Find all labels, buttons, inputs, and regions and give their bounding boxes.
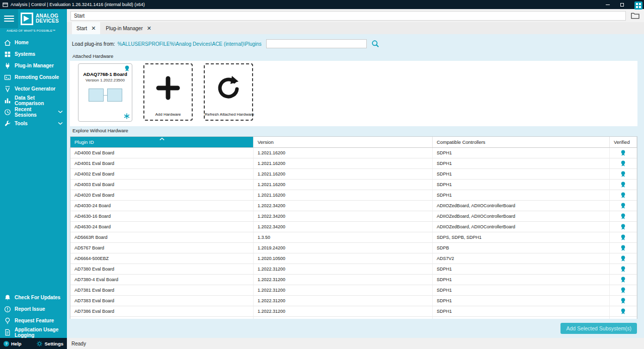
sidebar-item-label: Home [15, 40, 29, 45]
cell-plugin-id: AD7380-4 Eval Board [70, 275, 254, 285]
plugin-icon [4, 62, 11, 69]
plugin-table: Plugin ID Version Compatible Controllers… [70, 136, 637, 319]
cell-version: 1.2022.31200 [254, 275, 433, 285]
sessions-icon [4, 109, 11, 116]
settings-button[interactable]: Settings [33, 338, 67, 349]
sidebar-item-label: Report Issue [15, 306, 45, 312]
sidebar-item-label: Check For Updates [15, 295, 60, 300]
vector-icon [4, 85, 11, 93]
table-row[interactable]: AD7381 Eval Board1.2022.31200SDPH1 [70, 285, 637, 296]
sidebar-item-label: Remoting Console [15, 74, 59, 80]
cell-version: 1.2022.31200 [254, 306, 433, 316]
table-row[interactable]: AD4002 Eval Board1.2021.16200SDPH1 [70, 169, 637, 180]
table-row[interactable]: AD6664-500EBZ1.2020.10500ADS7V2 [70, 253, 637, 264]
sidebar-item-application-usage-logging[interactable]: Application Usage Logging [0, 326, 67, 338]
maximize-button[interactable] [615, 0, 629, 9]
column-header-compatible-controllers[interactable]: Compatible Controllers [433, 137, 610, 147]
load-plugins-path[interactable]: %ALLUSERSPROFILE%\Analog Devices\ACE (in… [118, 41, 262, 47]
table-row[interactable]: AD7380 Eval Board1.2022.31200SDPH1 [70, 264, 637, 275]
table-row[interactable]: AD4630-24 Board1.2022.34200ADIIOZedBoard… [70, 222, 637, 232]
table-row[interactable]: AD4030-24 Board1.2022.34200ADIIOZedBoard… [70, 201, 637, 211]
cell-compatible-controllers: SDPB [433, 243, 610, 253]
refresh-icon [215, 75, 242, 101]
cell-version: 1.2022.31200 [254, 285, 433, 295]
sidebar-item-systems[interactable]: Systems [0, 48, 67, 60]
table-row[interactable]: AD4630-16 Board1.2022.34200ADIIOZedBoard… [70, 211, 637, 222]
column-header-verified[interactable]: Verified [610, 137, 637, 147]
add-hardware-label: Add Hardware [144, 112, 192, 117]
refresh-attached-hardware-button[interactable]: Refresh Attached Hardware [204, 63, 253, 121]
sidebar-footer-nav: Check For Updates Report Issue Request F… [0, 292, 67, 338]
help-label: Help [11, 341, 22, 346]
sidebar-item-data-set-comparison[interactable]: Data Set Comparison [0, 95, 67, 106]
feature-icon [4, 317, 11, 324]
board-name: ADAQ7768-1 Board [81, 71, 129, 77]
help-button[interactable]: ? Help [0, 338, 25, 349]
add-hardware-button[interactable]: Add Hardware [143, 63, 193, 121]
table-row[interactable]: AD4003 Eval Board1.2021.16200SDPH1 [70, 180, 637, 190]
issue-icon [4, 306, 11, 313]
table-row[interactable]: AD7383 Eval Board1.2022.31200SDPH1 [70, 296, 637, 306]
open-session-folder-button[interactable] [629, 11, 641, 21]
sidebar-item-check-for-updates[interactable]: Check For Updates [0, 292, 67, 303]
sidebar-item-request-feature[interactable]: Request Feature [0, 315, 67, 326]
logo-tagline: AHEAD OF WHAT'S POSSIBLE™ [0, 28, 67, 35]
table-row[interactable]: AD7386 Eval Board1.2022.31200SDPH1 [70, 306, 637, 317]
window-title: Analysis | Control | Evaluation 1.26.324… [11, 2, 145, 7]
address-input[interactable] [70, 11, 626, 21]
cell-plugin-id: AD7380 Eval Board [70, 264, 254, 274]
hamburger-menu-button[interactable] [0, 9, 18, 28]
add-selected-subsystems-button[interactable]: Add Selected Subsystem(s) [560, 323, 637, 334]
cell-compatible-controllers: ADIIOZedBoard, ADIIOControllerBoard [433, 201, 610, 211]
cell-plugin-id: AD7383 Eval Board [70, 296, 254, 306]
close-icon[interactable]: ✕ [147, 26, 151, 31]
cell-version: 1.2022.31200 [254, 296, 433, 306]
chevron-down-icon [58, 110, 63, 114]
cell-plugin-id: AD4002 Eval Board [70, 169, 254, 179]
table-row[interactable]: AD5663R Board1.3.50SDPS, SDPB, SDPH1 [70, 232, 637, 243]
table-row[interactable]: AD4020 Eval Board1.2021.16200SDPH1 [70, 190, 637, 201]
hardware-card-adaq7768-1[interactable]: ADAQ7768-1 Board Version 1.2022.23500 [78, 63, 132, 122]
cell-compatible-controllers: SDPH1 [433, 190, 610, 200]
tab-label: Start [76, 26, 87, 31]
search-icon[interactable] [371, 40, 379, 48]
table-row[interactable]: AD7380-4 Eval Board1.2022.31200SDPH1 [70, 275, 637, 285]
tab-plug-in-manager[interactable]: Plug-in Manager ✕ [101, 22, 156, 34]
table-row[interactable]: AD4001 Eval Board1.2021.16200SDPH1 [70, 158, 637, 169]
table-row[interactable]: AD5767 Board1.2019.24200SDPB [70, 243, 637, 253]
tab-bar: Start ✕ Plug-in Manager ✕ [67, 22, 644, 34]
column-header-plugin-id[interactable]: Plugin ID [70, 137, 254, 147]
home-icon [4, 39, 11, 46]
cell-plugin-id: AD4020 Eval Board [70, 190, 254, 200]
sidebar-item-home[interactable]: Home [0, 37, 67, 48]
cell-version: 1.2020.10500 [254, 253, 433, 264]
resize-grip-icon[interactable] [634, 2, 642, 10]
sidebar-item-recent-sessions[interactable]: Recent Sessions [0, 106, 67, 118]
board-diagram [81, 89, 129, 102]
table-row[interactable]: AD4000 Eval Board1.2021.16200SDPH1 [70, 148, 637, 158]
cell-compatible-controllers: SDPH1 [433, 306, 610, 316]
column-header-label: Plugin ID [74, 139, 94, 145]
verified-pin-icon [610, 296, 637, 306]
load-plugins-row: Load plug-ins from: %ALLUSERSPROFILE%\An… [70, 38, 637, 52]
cell-compatible-controllers: SDPS, SDPB, SDPH1 [433, 232, 610, 242]
column-header-version[interactable]: Version [254, 137, 433, 147]
sidebar-item-label: Data Set Comparison [15, 95, 63, 106]
cell-version: 1.2021.16200 [254, 148, 433, 158]
sidebar-item-tools[interactable]: Tools [0, 118, 67, 129]
comparison-icon [4, 97, 11, 104]
sidebar-item-plug-in-manager[interactable]: Plug-in Manager [0, 60, 67, 71]
cell-version: 1.2021.16200 [254, 190, 433, 200]
verified-pin-icon [610, 148, 637, 158]
close-icon[interactable]: ✕ [91, 26, 96, 31]
sidebar-item-vector-generator[interactable]: Vector Generator [0, 83, 67, 95]
cell-version: 1.2019.24200 [254, 243, 433, 253]
cell-compatible-controllers: SDPH1 [433, 296, 610, 306]
sidebar-item-remoting-console[interactable]: Remoting Console [0, 71, 67, 83]
tab-start[interactable]: Start ✕ [72, 22, 100, 34]
plugin-search-input[interactable] [266, 39, 367, 48]
minimize-button[interactable] [600, 0, 615, 9]
bottom-action-band: Add Selected Subsystem(s) [70, 319, 637, 338]
verified-pin-icon [124, 65, 130, 72]
sidebar-item-report-issue[interactable]: Report Issue [0, 303, 67, 315]
